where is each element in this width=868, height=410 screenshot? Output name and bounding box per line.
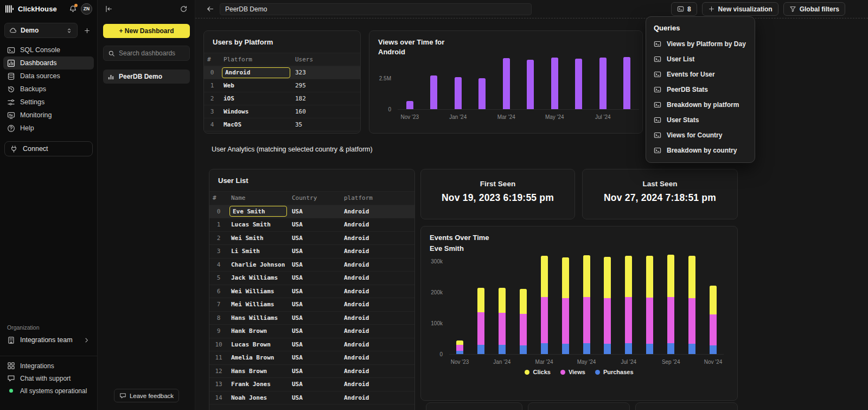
bar-oct-24[interactable] bbox=[688, 253, 695, 354]
table-cell[interactable]: 0 bbox=[204, 69, 220, 76]
table-cell[interactable]: Android bbox=[341, 354, 414, 361]
bar-jan-24[interactable] bbox=[455, 55, 462, 109]
bar-may-24[interactable] bbox=[583, 253, 590, 354]
bar-nov-24[interactable] bbox=[710, 253, 717, 354]
table-cell[interactable]: 0 bbox=[209, 208, 228, 215]
table-row[interactable]: 0Android323 bbox=[204, 66, 360, 79]
table-cell[interactable]: 1 bbox=[209, 221, 228, 228]
table-cell[interactable]: Android bbox=[341, 394, 414, 401]
legend-item-clicks[interactable]: Clicks bbox=[525, 369, 550, 375]
bar-nov-23[interactable] bbox=[456, 253, 463, 354]
new-dashboard-button[interactable]: + New Dashboard bbox=[103, 24, 190, 38]
service-selector[interactable]: Demo bbox=[4, 23, 78, 38]
table-row[interactable]: 3Li SmithUSAAndroid bbox=[209, 245, 414, 258]
table-cell[interactable]: 11 bbox=[209, 354, 228, 361]
table-cell[interactable]: Li Smith bbox=[228, 248, 289, 255]
sidebar-item-integrations-team[interactable]: Integrations team bbox=[3, 333, 94, 347]
table-cell[interactable]: 6 bbox=[209, 288, 228, 295]
table-cell[interactable]: Android bbox=[220, 67, 292, 78]
table-cell[interactable]: Hans Williams bbox=[228, 314, 289, 321]
query-item-peerdb-stats[interactable]: PeerDB Stats bbox=[646, 82, 755, 97]
table-row[interactable]: 0Eve SmithUSAAndroid bbox=[209, 205, 414, 219]
table-cell[interactable]: 14 bbox=[209, 394, 228, 401]
table-cell[interactable]: Web bbox=[220, 82, 292, 89]
table-cell[interactable]: Android bbox=[341, 381, 414, 388]
bar-may-24[interactable] bbox=[551, 55, 558, 109]
table-cell[interactable]: Android bbox=[341, 314, 414, 321]
table-cell[interactable]: 8 bbox=[209, 314, 228, 321]
table-row[interactable]: 5Jack WilliamsUSAAndroid bbox=[209, 272, 414, 285]
table-cell[interactable]: MacOS bbox=[220, 121, 292, 128]
bar-dec-23[interactable] bbox=[477, 253, 484, 354]
back-arrow-icon[interactable] bbox=[206, 5, 214, 13]
table-cell[interactable]: 1 bbox=[204, 82, 220, 89]
table-cell[interactable]: USA bbox=[289, 288, 341, 295]
table-row[interactable]: 3Windows160 bbox=[204, 105, 360, 118]
refresh-icon[interactable] bbox=[180, 5, 188, 13]
global-filters-button[interactable]: Global filters bbox=[783, 2, 845, 16]
table-row[interactable]: 4Charlie JohnsonUSAAndroid bbox=[209, 258, 414, 272]
bar-jul-24[interactable] bbox=[599, 55, 607, 109]
collapse-panel-icon[interactable] bbox=[105, 5, 113, 13]
table-cell[interactable]: Android bbox=[341, 288, 414, 295]
table-cell[interactable]: Mei Williams bbox=[228, 301, 289, 308]
table-cell[interactable]: 160 bbox=[292, 108, 360, 115]
sidebar-item-data-sources[interactable]: Data sources bbox=[3, 70, 94, 83]
table-cell[interactable]: 4 bbox=[209, 261, 228, 268]
table-cell[interactable]: Lucas Brown bbox=[228, 341, 289, 348]
add-service-button[interactable] bbox=[81, 24, 93, 36]
table-row[interactable]: 4MacOS35 bbox=[204, 118, 360, 131]
bar-nov-23[interactable] bbox=[406, 55, 413, 109]
table-cell[interactable]: Noah Jones bbox=[228, 394, 289, 401]
table-cell[interactable]: 12 bbox=[209, 368, 228, 375]
table-cell[interactable]: 5 bbox=[209, 274, 228, 281]
table-row[interactable]: 9Hank BrownUSAAndroid bbox=[209, 325, 414, 338]
table-cell[interactable]: iOS bbox=[220, 95, 292, 102]
table-cell[interactable]: Windows bbox=[220, 108, 292, 115]
table-cell[interactable]: USA bbox=[289, 208, 341, 215]
table-cell[interactable]: USA bbox=[289, 381, 341, 388]
query-item-views-by-platform-by-day[interactable]: Views by Platform by Day bbox=[646, 36, 755, 52]
table-cell[interactable]: Android bbox=[341, 248, 414, 255]
bar-aug-24[interactable] bbox=[623, 55, 630, 109]
table-row[interactable]: 2Wei SmithUSAAndroid bbox=[209, 232, 414, 245]
query-item-breakdown-by-country[interactable]: Breakdown by country bbox=[646, 143, 755, 158]
table-cell[interactable]: Wei Williams bbox=[228, 288, 289, 295]
table-cell[interactable]: Hans Brown bbox=[228, 368, 289, 375]
bar-jun-24[interactable] bbox=[604, 253, 611, 354]
query-item-events-for-user[interactable]: Events for User bbox=[646, 67, 755, 82]
query-item-user-stats[interactable]: User Stats bbox=[646, 112, 755, 128]
sidebar-item-dashboards[interactable]: Dashboards bbox=[3, 56, 94, 70]
table-cell[interactable]: USA bbox=[289, 248, 341, 255]
query-item-user-list[interactable]: User List bbox=[646, 52, 755, 67]
bar-apr-24[interactable] bbox=[562, 253, 569, 354]
sidebar-item-sql-console[interactable]: SQL Console bbox=[3, 43, 94, 56]
bar-feb-24[interactable] bbox=[520, 253, 527, 354]
table-row[interactable]: 10Lucas BrownUSAAndroid bbox=[209, 338, 414, 352]
bar-mar-24[interactable] bbox=[503, 55, 510, 109]
sidebar-item-monitoring[interactable]: Monitoring bbox=[3, 109, 94, 122]
table-cell[interactable]: Eve Smith bbox=[228, 206, 289, 217]
bar-jun-24[interactable] bbox=[575, 55, 582, 109]
table-row[interactable]: 13Frank JonesUSAAndroid bbox=[209, 378, 414, 392]
query-item-breakdown-by-platform[interactable]: Breakdown by platform bbox=[646, 97, 755, 112]
table-row[interactable]: 14Noah JonesUSAAndroid bbox=[209, 392, 414, 405]
leave-feedback-button[interactable]: Leave feedback bbox=[114, 389, 179, 402]
table-cell[interactable]: Hank Brown bbox=[228, 327, 289, 335]
dashboard-title-input[interactable] bbox=[220, 3, 532, 15]
table-cell[interactable]: USA bbox=[289, 394, 341, 401]
table-cell[interactable]: Android bbox=[341, 341, 414, 348]
sidebar-item-settings[interactable]: Settings bbox=[3, 96, 94, 109]
table-cell[interactable]: Jack Williams bbox=[228, 274, 289, 281]
legend-item-purchases[interactable]: Purchases bbox=[595, 369, 634, 375]
bar-jul-24[interactable] bbox=[625, 253, 632, 354]
connect-button[interactable]: Connect bbox=[4, 141, 93, 156]
table-cell[interactable]: Wei Smith bbox=[228, 235, 289, 242]
bar-aug-24[interactable] bbox=[646, 253, 653, 354]
table-cell[interactable]: Android bbox=[341, 235, 414, 242]
table-row[interactable]: 2iOS182 bbox=[204, 92, 360, 105]
bar-dec-23[interactable] bbox=[430, 55, 437, 109]
table-row[interactable]: 8Hans WilliamsUSAAndroid bbox=[209, 312, 414, 325]
table-cell[interactable]: 295 bbox=[292, 82, 360, 89]
table-cell[interactable]: 182 bbox=[292, 95, 360, 102]
